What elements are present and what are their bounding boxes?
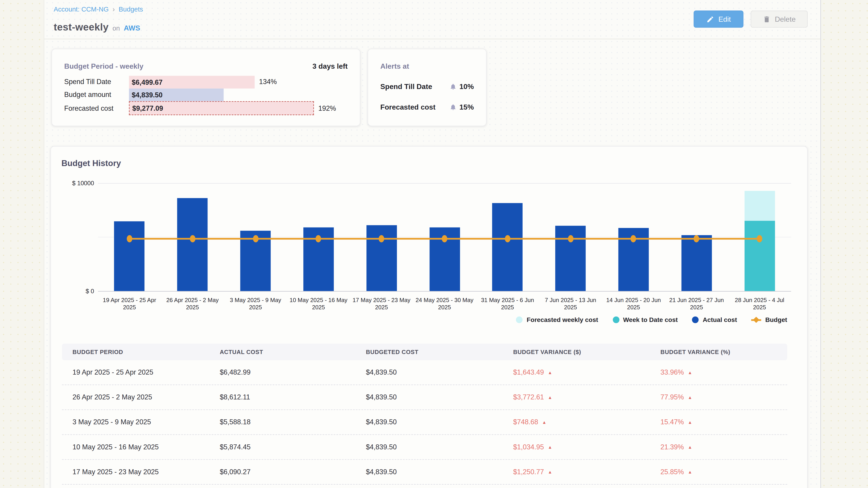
legend-label: Week to Date cost [623,317,678,323]
chart-budget-point[interactable] [190,235,195,242]
budget-history-card: Budget History $ 10000 $ 0 19 Apr 2025 -… [51,146,808,488]
budget-amount-row: Budget amount $4,839.50 [52,89,360,101]
legend-item[interactable]: Forecasted weekly cost [516,317,598,323]
breadcrumb: Account: CCM-NG › Budgets [54,5,143,13]
cell-budget-period: 26 Apr 2025 - 2 May 2025 [72,393,220,401]
legend-item[interactable]: Actual cost [692,317,737,323]
cell-budgeted-cost: $4,839.50 [366,393,513,401]
alert-spend-threshold-value: 10% [460,82,474,91]
legend-swatch-actual [692,317,699,323]
variance-up-icon: ▲ [542,420,546,425]
chart-bar-forecasted-weekly-cost[interactable] [744,191,775,221]
chart-bar-week-to-date-cost[interactable] [744,221,775,291]
cell-actual-cost: $5,874.45 [220,443,366,451]
budget-period-card: Budget Period - weekly 3 days left Spend… [52,49,361,126]
x-axis-line [98,291,791,291]
cell-budget-variance-pct: 25.85%▲ [660,468,787,476]
table-header-cell: BUDGET VARIANCE ($) [513,349,660,355]
spend-till-date-row: Spend Till Date $6,499.67 134% [52,76,360,89]
cell-actual-cost: $8,612.11 [220,393,366,401]
breadcrumb-separator-icon: › [113,5,115,13]
chart-bar-actual-cost[interactable] [177,198,208,291]
variance-up-icon: ▲ [688,445,692,450]
budget-amount-value: $4,839.50 [129,91,162,99]
cell-budget-variance-usd: $1,643.49▲ [513,368,660,376]
table-header-cell: BUDGETED COST [366,349,513,355]
alert-forecast-label: Forecasted cost [380,103,435,111]
alert-row-forecast: Forecasted cost 15% [380,101,474,112]
spend-till-date-value: $6,499.67 [129,78,162,86]
chart-budget-point[interactable] [505,235,510,242]
legend-item[interactable]: Week to Date cost [613,317,678,323]
chart-bar-actual-cost[interactable] [681,235,712,291]
table-row: 26 Apr 2025 - 2 May 2025$8,612.11$4,839.… [62,385,787,410]
forecasted-cost-percent: 192% [318,105,336,112]
cell-actual-cost: $6,482.99 [220,368,366,376]
page-title: test-weekly [54,22,109,33]
cell-budget-variance-pct: 77.95%▲ [660,393,787,401]
alert-spend-label: Spend Till Date [380,82,432,91]
alert-row-spend: Spend Till Date 10% [380,81,474,92]
header-divider [44,39,820,39]
cell-budgeted-cost: $4,839.50 [366,468,513,476]
forecasted-cost-row: Forecasted cost $9,277.09 192% [52,101,360,114]
delete-button[interactable]: Delete [751,11,808,28]
alerts-card: Alerts at Spend Till Date 10% Forecasted… [368,49,487,126]
variance-up-icon: ▲ [548,469,552,475]
forecasted-cost-label: Forecasted cost [64,105,114,112]
chart-legend: Forecasted weekly costWeek to Date costA… [516,317,787,323]
cell-budget-variance-usd: $1,250.77▲ [513,468,660,476]
chart-bar-actual-cost[interactable] [492,203,523,291]
chart-budget-point[interactable] [127,235,132,242]
gridline-10000 [98,183,791,184]
trash-icon [763,15,770,23]
cell-budget-variance-usd: $1,034.95▲ [513,443,660,451]
page-title-on: on [113,24,120,32]
edit-button[interactable]: Edit [694,11,743,28]
chart-budget-point[interactable] [442,235,447,242]
alert-spend-threshold: 10% [450,82,474,91]
breadcrumb-budgets-link[interactable]: Budgets [119,5,143,13]
chart-plot-area: 19 Apr 2025 - 25 Apr 202526 Apr 2025 - 2… [98,183,791,291]
chart-bar-actual-cost[interactable] [114,221,145,291]
cell-actual-cost: $5,588.18 [220,418,366,426]
cell-budget-variance-usd: $748.68▲ [513,418,660,426]
x-axis-label: 31 May 2025 - 6 Jun 2025 [476,297,538,311]
x-axis-label: 10 May 2025 - 16 May 2025 [287,297,349,311]
variance-up-icon: ▲ [688,469,692,475]
cell-budget-period: 10 May 2025 - 16 May 2025 [72,443,220,451]
budget-history-table: BUDGET PERIODACTUAL COSTBUDGETED COSTBUD… [62,344,787,485]
legend-swatch-wtd [613,317,619,323]
spend-till-date-percent: 134% [259,78,277,86]
cell-actual-cost: $6,090.27 [220,468,366,476]
budget-period-title: Budget Period - weekly [64,62,143,70]
table-row: 17 May 2025 - 23 May 2025$6,090.27$4,839… [62,460,787,485]
legend-label: Actual cost [703,317,737,323]
x-axis-label: 28 Jun 2025 - 4 Jul 2025 [728,297,790,311]
alert-forecast-threshold: 15% [450,103,474,111]
table-header-cell: BUDGET PERIOD [72,349,220,355]
bell-icon [450,83,457,90]
table-row: 19 Apr 2025 - 25 Apr 2025$6,482.99$4,839… [62,360,787,385]
x-axis-label: 3 May 2025 - 9 May 2025 [224,297,286,311]
x-axis-label: 19 Apr 2025 - 25 Apr 2025 [98,297,160,311]
budget-amount-label: Budget amount [64,91,111,98]
content-panel: Account: CCM-NG › Budgets test-weekly on… [43,0,821,488]
table-row: 3 May 2025 - 9 May 2025$5,588.18$4,839.5… [62,410,787,435]
table-header-cell: BUDGET VARIANCE (%) [660,349,787,355]
pencil-icon [706,15,714,23]
spend-till-date-bar: $6,499.67 [129,76,255,89]
x-axis-label: 17 May 2025 - 23 May 2025 [350,297,412,311]
cell-budget-variance-pct: 21.39%▲ [660,443,787,451]
spend-till-date-label: Spend Till Date [64,78,111,86]
legend-item[interactable]: Budget [751,317,787,323]
x-axis-label: 26 Apr 2025 - 2 May 2025 [161,297,223,311]
variance-up-icon: ▲ [548,370,552,375]
delete-button-label: Delete [775,15,796,23]
breadcrumb-account-link[interactable]: Account: CCM-NG [54,5,109,13]
legend-label: Forecasted weekly cost [527,317,598,323]
y-axis-tick-min: $ 0 [61,288,94,294]
chart-budget-point[interactable] [568,235,573,242]
cloud-provider-label: AWS [124,24,141,32]
table-row: 10 May 2025 - 16 May 2025$5,874.45$4,839… [62,435,787,460]
